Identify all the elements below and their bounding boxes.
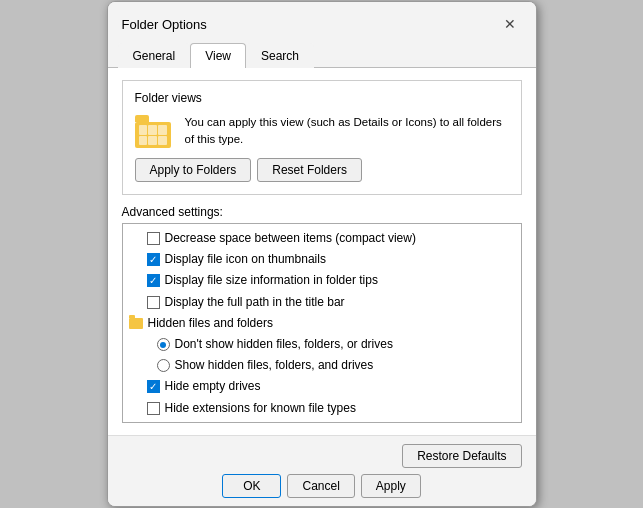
list-item[interactable]: ✓Hide folder merge conflicts — [125, 419, 519, 423]
list-item[interactable]: ✓Display file icon on thumbnails — [125, 249, 519, 270]
advanced-settings-label: Advanced settings: — [122, 205, 522, 219]
checkbox-icon[interactable] — [147, 296, 160, 309]
restore-defaults-button[interactable]: Restore Defaults — [402, 444, 521, 468]
footer-top: Restore Defaults — [122, 444, 522, 468]
cancel-button[interactable]: Cancel — [287, 474, 354, 498]
folder-views-row: You can apply this view (such as Details… — [135, 113, 509, 148]
grid-cell — [148, 136, 157, 146]
folder-body — [135, 122, 171, 148]
list-item[interactable]: Show hidden files, folders, and drives — [125, 355, 519, 376]
list-item[interactable]: ✓Display file size information in folder… — [125, 270, 519, 291]
list-item[interactable]: Don't show hidden files, folders, or dri… — [125, 334, 519, 355]
grid-overlay — [139, 125, 167, 145]
folder-views-section: Folder views — [122, 80, 522, 195]
grid-cell — [148, 125, 157, 135]
tab-general[interactable]: General — [118, 43, 191, 68]
setting-label: Display file icon on thumbnails — [165, 250, 326, 269]
list-item[interactable]: Hide extensions for known file types — [125, 398, 519, 419]
setting-label: Hide empty drives — [165, 377, 261, 396]
apply-button[interactable]: Apply — [361, 474, 421, 498]
main-content: Folder views — [108, 68, 536, 435]
folder-options-dialog: Folder Options ✕ General View Search Fol… — [107, 1, 537, 507]
folder-tab — [135, 115, 149, 122]
grid-cell — [158, 125, 167, 135]
tab-bar: General View Search — [108, 42, 536, 68]
tab-view[interactable]: View — [190, 43, 246, 68]
footer-bottom: OK Cancel Apply — [122, 474, 522, 498]
setting-label: Decrease space between items (compact vi… — [165, 229, 416, 248]
close-button[interactable]: ✕ — [498, 12, 522, 36]
list-item[interactable]: Decrease space between items (compact vi… — [125, 228, 519, 249]
setting-label: Display the full path in the title bar — [165, 293, 345, 312]
list-item[interactable]: Hidden files and folders — [125, 313, 519, 334]
list-item[interactable]: Display the full path in the title bar — [125, 292, 519, 313]
ok-button[interactable]: OK — [222, 474, 281, 498]
folder-views-description: You can apply this view (such as Details… — [185, 114, 509, 146]
setting-label: Display file size information in folder … — [165, 271, 378, 290]
apply-to-folders-button[interactable]: Apply to Folders — [135, 158, 252, 182]
checkbox-icon[interactable] — [147, 402, 160, 415]
title-bar: Folder Options ✕ — [108, 2, 536, 42]
setting-label: Hide extensions for known file types — [165, 399, 356, 418]
checkbox-icon[interactable]: ✓ — [147, 253, 160, 266]
list-item[interactable]: ✓Hide empty drives — [125, 376, 519, 397]
grid-cell — [158, 136, 167, 146]
dialog-title: Folder Options — [122, 17, 207, 32]
checkbox-icon[interactable]: ✓ — [147, 380, 160, 393]
checkbox-icon[interactable] — [147, 232, 160, 245]
setting-label: Hidden files and folders — [148, 314, 273, 333]
folder-small-icon — [129, 318, 143, 329]
folder-icon — [135, 113, 175, 148]
setting-label: Show hidden files, folders, and drives — [175, 356, 374, 375]
setting-label: Hide folder merge conflicts — [165, 420, 307, 423]
radio-icon[interactable] — [157, 338, 170, 351]
folder-views-label: Folder views — [135, 91, 509, 105]
grid-cell — [139, 136, 148, 146]
views-buttons: Apply to Folders Reset Folders — [135, 158, 509, 182]
tab-search[interactable]: Search — [246, 43, 314, 68]
advanced-settings-list[interactable]: Decrease space between items (compact vi… — [122, 223, 522, 423]
checkbox-icon[interactable]: ✓ — [147, 274, 160, 287]
grid-cell — [139, 125, 148, 135]
reset-folders-button[interactable]: Reset Folders — [257, 158, 362, 182]
dialog-footer: Restore Defaults OK Cancel Apply — [108, 435, 536, 506]
radio-icon[interactable] — [157, 359, 170, 372]
setting-label: Don't show hidden files, folders, or dri… — [175, 335, 393, 354]
